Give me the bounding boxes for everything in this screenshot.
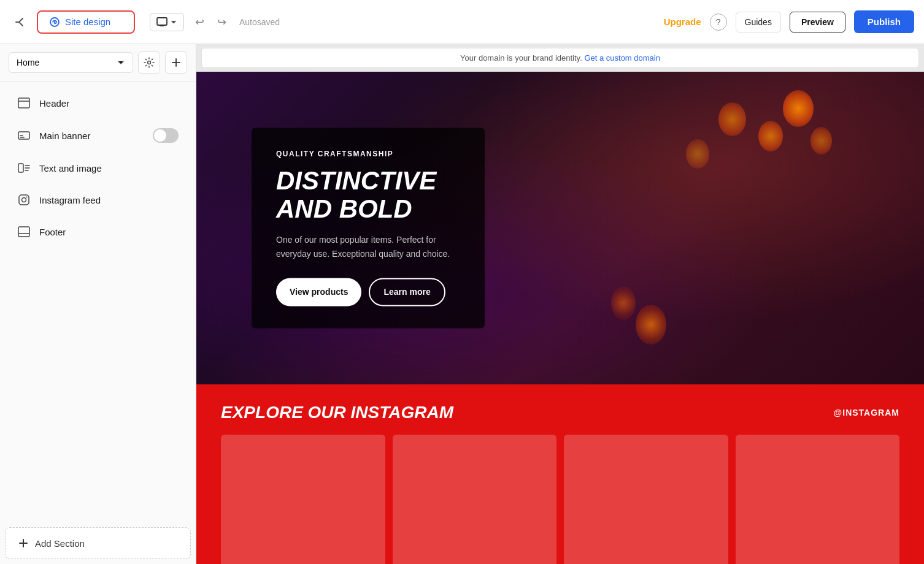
custom-domain-link[interactable]: Get a custom domain (584, 53, 660, 63)
autosaved-status: Autosaved (239, 17, 280, 27)
svg-point-6 (148, 61, 151, 64)
svg-rect-18 (19, 195, 29, 205)
instagram-item-2[interactable] (393, 435, 557, 564)
domain-bar-text: Your domain is your brand identity. (460, 53, 582, 63)
lantern-6 (636, 305, 666, 345)
instagram-header: EXPLORE OUR INSTAGRAM @INSTAGRAM (221, 403, 899, 422)
site-design-label: Site design (65, 17, 110, 27)
toolbar-right: Upgrade ? Guides Preview Publish (664, 10, 914, 33)
domain-bar: Your domain is your brand identity. Get … (201, 48, 919, 68)
sidebar-item-label-header: Header (39, 98, 179, 109)
page-select-bar: Home (0, 44, 196, 82)
svg-point-19 (22, 198, 26, 202)
sidebar-item-label-instagram: Instagram feed (39, 195, 179, 205)
text-image-icon (17, 161, 31, 175)
preview-area: Your domain is your brand identity. Get … (196, 44, 924, 564)
page-settings-button[interactable] (138, 51, 160, 74)
publish-button[interactable]: Publish (854, 10, 914, 33)
instagram-icon (17, 193, 31, 207)
sidebar-item-text-and-image[interactable]: Text and image (5, 153, 191, 183)
toggle-knob (154, 129, 166, 142)
instagram-title: EXPLORE OUR INSTAGRAM (221, 403, 453, 422)
sidebar-item-label-footer: Footer (39, 227, 179, 237)
toolbar-center: ↩ ↪ Autosaved (142, 12, 656, 32)
lantern-3 (718, 102, 746, 136)
sidebar-item-footer[interactable]: Footer (5, 216, 191, 247)
current-page-label: Home (17, 58, 39, 67)
sidebar-item-label-text-image: Text and image (39, 163, 179, 173)
instagram-handle: @INSTAGRAM (834, 408, 899, 417)
preview-button[interactable]: Preview (790, 12, 845, 32)
main-banner-toggle[interactable] (153, 128, 179, 143)
hero-buttons: View products Learn more (276, 278, 460, 307)
lantern-2 (758, 121, 783, 151)
header-icon (17, 96, 31, 110)
device-selector[interactable] (150, 13, 184, 31)
sidebar-item-instagram-feed[interactable]: Instagram feed (5, 185, 191, 215)
main-area: Home (0, 44, 924, 564)
svg-rect-21 (18, 227, 29, 237)
instagram-grid (221, 435, 899, 564)
hero-description: One of our most popular items. Perfect f… (276, 234, 460, 261)
svg-point-20 (26, 197, 28, 198)
guides-button[interactable]: Guides (736, 12, 781, 32)
lantern-4 (810, 127, 832, 154)
svg-rect-9 (18, 98, 29, 108)
sidebar-item-header[interactable]: Header (5, 88, 191, 118)
lantern-7 (611, 286, 636, 320)
hero-section: QUALITY CRAFTSMANSHIP DISTINCTIVE AND BO… (196, 72, 924, 384)
page-dropdown[interactable]: Home (9, 52, 133, 73)
footer-icon (17, 225, 31, 238)
hero-content-box: QUALITY CRAFTSMANSHIP DISTINCTIVE AND BO… (252, 128, 485, 328)
undo-button[interactable]: ↩ (189, 12, 210, 32)
sidebar-item-main-banner[interactable]: Main banner (5, 120, 191, 151)
lantern-1 (783, 90, 814, 127)
undo-redo-group: ↩ ↪ (189, 12, 232, 32)
add-section-button[interactable]: Add Section (5, 527, 191, 559)
upgrade-link[interactable]: Upgrade (664, 17, 701, 27)
hero-title: DISTINCTIVE AND BOLD (276, 167, 460, 223)
site-design-button[interactable]: Site design (37, 10, 135, 34)
instagram-item-3[interactable] (564, 435, 728, 564)
sidebar: Home (0, 44, 196, 564)
banner-icon (17, 129, 31, 142)
add-section-label: Add Section (35, 538, 85, 549)
redo-button[interactable]: ↪ (211, 12, 232, 32)
sidebar-sections-list: Header Main banner (0, 82, 196, 522)
learn-more-button[interactable]: Learn more (369, 278, 445, 307)
sidebar-item-label-banner: Main banner (39, 131, 144, 141)
instagram-section: EXPLORE OUR INSTAGRAM @INSTAGRAM (196, 384, 924, 564)
svg-rect-3 (157, 18, 167, 25)
instagram-item-1[interactable] (221, 435, 385, 564)
back-button[interactable] (10, 11, 32, 33)
add-page-button[interactable] (165, 51, 187, 74)
toolbar-left: Site design (10, 10, 135, 34)
svg-point-2 (54, 21, 56, 23)
hero-eyebrow: QUALITY CRAFTSMANSHIP (276, 150, 460, 158)
svg-rect-14 (18, 164, 23, 172)
help-button[interactable]: ? (710, 13, 727, 31)
view-products-button[interactable]: View products (276, 278, 361, 307)
lantern-5 (686, 139, 709, 169)
instagram-item-4[interactable] (736, 435, 900, 564)
toolbar: Site design ↩ ↪ Autosaved Upgrade ? Gui (0, 0, 924, 44)
